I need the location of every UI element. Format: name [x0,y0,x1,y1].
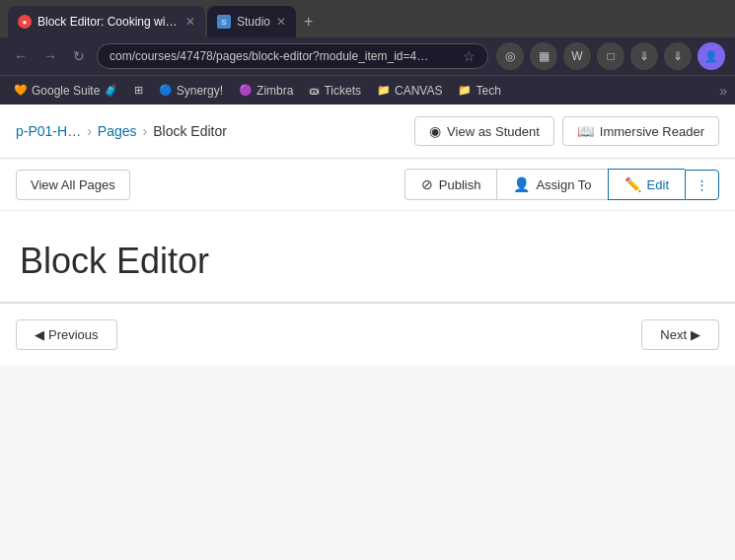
bookmark-synergy[interactable]: 🔵 Synergy! [153,82,229,100]
tab-bar: ● Block Editor: Cooking with Ca… ✕ S Stu… [0,0,735,37]
more-options-button[interactable]: ⋮ [685,170,719,200]
bookmark-zimbra-label: Zimbra [257,84,293,98]
next-arrow-icon: ▶ [691,327,700,342]
publish-icon: ⊘ [421,176,433,192]
tech-folder-icon: 📁 [458,84,472,97]
tab-close-studio[interactable]: ✕ [276,15,286,29]
assign-to-button[interactable]: 👤 Assign To [496,169,607,200]
synergy-icon: 🔵 [159,84,173,97]
immersive-reader-label: Immersive Reader [600,124,704,139]
bookmarks-more-button[interactable]: » [719,83,727,99]
breadcrumb-current: Block Editor [153,123,227,139]
toolbar: View All Pages ⊘ Publish 👤 Assign To ✏️ … [0,159,735,211]
address-bar: ← → ↻ com/courses/47478/pages/block-edit… [0,37,735,75]
next-button[interactable]: Next ▶ [641,319,719,350]
tab-favicon-block-editor: ● [18,15,32,29]
more-options-icon: ⋮ [696,177,708,192]
view-as-student-button[interactable]: ◉ View as Student [414,116,554,146]
extension-icon-5[interactable]: ⇓ [630,42,658,70]
zimbra-icon: 🟣 [239,84,253,97]
tickets-icon: 🎟 [309,85,320,97]
bookmark-canvas-label: CANVAS [395,84,442,98]
view-all-pages-button[interactable]: View All Pages [16,170,130,200]
breadcrumb: p-P01-H… › Pages › Block Editor [16,123,227,139]
new-tab-button[interactable]: + [298,13,319,31]
main-content: Block Editor [0,211,735,303]
tab-title-block-editor: Block Editor: Cooking with Ca… [37,15,180,29]
bookmark-apps[interactable]: ⊞ [128,82,149,99]
browser-toolbar-icons: ◎ ▦ W □ ⇓ ⇓ 👤 [496,42,725,70]
browser-chrome: ● Block Editor: Cooking with Ca… ✕ S Stu… [0,0,735,105]
bookmark-canvas[interactable]: 📁 CANVAS [371,82,448,100]
gsuite-icon: 🧡 [14,84,28,97]
tab-studio[interactable]: S Studio ✕ [207,6,296,37]
immersive-reader-icon: 📖 [577,123,594,139]
apps-icon: ⊞ [134,84,143,97]
breadcrumb-middle[interactable]: Pages [98,123,137,139]
previous-button[interactable]: ◀ Previous [16,319,117,350]
url-bar[interactable]: com/courses/47478/pages/block-editor?mod… [97,43,488,69]
header-actions: ◉ View as Student 📖 Immersive Reader [414,116,719,146]
extension-icon-3[interactable]: W [563,42,591,70]
tab-title-studio: Studio [237,15,270,29]
bookmark-tickets-label: Tickets [324,84,361,98]
view-as-student-label: View as Student [447,124,540,139]
edit-button[interactable]: ✏️ Edit [608,169,685,200]
bookmark-synergy-label: Synergy! [177,84,223,98]
forward-button[interactable]: → [39,46,61,66]
breadcrumb-sep-2: › [143,123,148,139]
profile-icon[interactable]: 👤 [698,42,725,70]
bookmark-tech-label: Tech [476,84,500,98]
extension-icon-6[interactable]: ⇓ [664,42,692,70]
edit-icon: ✏️ [625,176,641,192]
bookmark-gsuite-label: Google Suite 🧳 [32,84,118,98]
extension-icon-2[interactable]: ▦ [530,42,557,70]
action-buttons: ⊘ Publish 👤 Assign To ✏️ Edit ⋮ [404,169,719,200]
prev-arrow-icon: ◀ [35,327,44,342]
reload-button[interactable]: ↻ [69,46,89,66]
breadcrumb-parent[interactable]: p-P01-H… [16,123,81,139]
extension-icon-1[interactable]: ◎ [496,42,524,70]
previous-label: Previous [48,327,99,342]
page-content: p-P01-H… › Pages › Block Editor ◉ View a… [0,105,735,366]
page-navigation: ◀ Previous Next ▶ [0,304,735,366]
edit-label: Edit [647,177,669,192]
publish-button[interactable]: ⊘ Publish [404,169,497,200]
breadcrumb-sep-1: › [87,123,92,139]
assign-to-label: Assign To [536,177,591,192]
tab-close-block-editor[interactable]: ✕ [185,15,195,29]
publish-label: Publish [439,177,481,192]
bookmarks-bar: 🧡 Google Suite 🧳 ⊞ 🔵 Synergy! 🟣 Zimbra 🎟… [0,75,735,105]
back-button[interactable]: ← [10,46,32,66]
view-student-icon: ◉ [429,123,441,139]
url-text: com/courses/47478/pages/block-editor?mod… [110,49,457,63]
bookmark-star-icon[interactable]: ☆ [463,48,476,64]
bookmark-gsuite[interactable]: 🧡 Google Suite 🧳 [8,82,124,100]
page-header: p-P01-H… › Pages › Block Editor ◉ View a… [0,105,735,159]
page-title: Block Editor [20,241,715,282]
bookmark-zimbra[interactable]: 🟣 Zimbra [233,82,299,100]
tab-block-editor[interactable]: ● Block Editor: Cooking with Ca… ✕ [8,6,205,37]
immersive-reader-button[interactable]: 📖 Immersive Reader [562,116,719,146]
next-label: Next [660,327,687,342]
extension-icon-4[interactable]: □ [597,42,625,70]
bookmark-tech[interactable]: 📁 Tech [452,82,506,100]
tab-favicon-studio: S [217,15,231,29]
assign-to-icon: 👤 [513,176,530,192]
canvas-folder-icon: 📁 [377,84,391,97]
bookmark-tickets[interactable]: 🎟 Tickets [303,82,367,100]
view-all-pages-label: View All Pages [31,177,115,192]
